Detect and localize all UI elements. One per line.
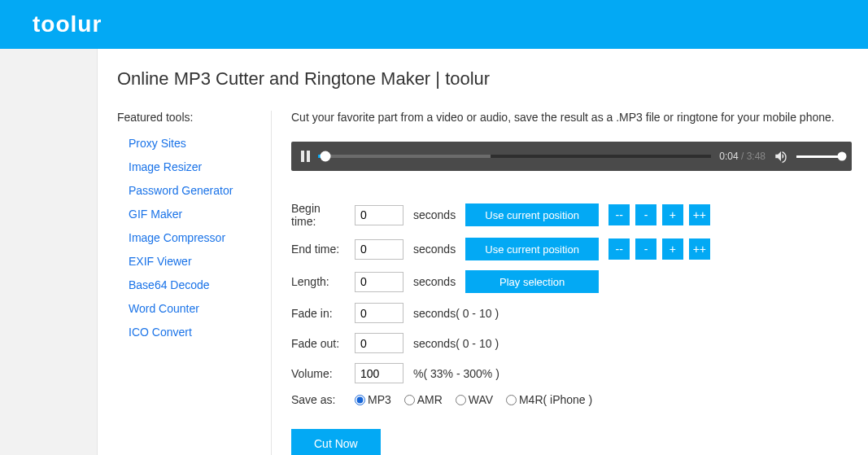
featured-tools-sidebar: Featured tools: Proxy Sites Image Resize…: [117, 111, 272, 455]
format-radios: MP3 AMR WAV M4R( iPhone ): [355, 393, 722, 406]
sidebar-link-base64-decode[interactable]: Base64 Decode: [129, 278, 210, 291]
time-display: 0:04 / 3:48: [719, 151, 765, 162]
begin-inc-10-button[interactable]: ++: [689, 204, 710, 225]
volume-label: Volume:: [291, 363, 355, 383]
length-input[interactable]: [355, 272, 403, 292]
featured-tools-heading: Featured tools:: [117, 111, 261, 124]
cutter-form: Begin time: seconds Use current position…: [291, 192, 722, 416]
format-wav-label[interactable]: WAV: [456, 393, 493, 406]
main-panel: Cut your favorite part from a video or a…: [272, 111, 852, 455]
begin-dec-10-button[interactable]: --: [608, 204, 630, 225]
left-gutter: [0, 49, 98, 455]
volume-icon[interactable]: [774, 149, 788, 164]
fade-out-hint: seconds( 0 - 10 ): [413, 333, 722, 353]
begin-time-unit: seconds: [413, 202, 465, 228]
format-m4r-label[interactable]: M4R( iPhone ): [506, 393, 592, 406]
volume-thumb[interactable]: [838, 152, 847, 161]
save-as-label: Save as:: [291, 393, 355, 406]
fade-out-label: Fade out:: [291, 333, 355, 353]
cut-now-button[interactable]: Cut Now: [291, 429, 381, 455]
end-inc-1-button[interactable]: +: [662, 238, 683, 260]
format-mp3-label[interactable]: MP3: [355, 393, 391, 406]
end-time-label: End time:: [291, 238, 355, 260]
seek-track[interactable]: [318, 155, 711, 158]
length-label: Length:: [291, 270, 355, 293]
page-description: Cut your favorite part from a video or a…: [291, 111, 852, 124]
volume-input[interactable]: [355, 363, 403, 383]
volume-slider[interactable]: [796, 155, 842, 158]
begin-time-label: Begin time:: [291, 202, 355, 228]
end-dec-10-button[interactable]: --: [608, 238, 630, 260]
format-m4r-radio[interactable]: [506, 395, 517, 405]
content-area: Online MP3 Cutter and Ringtone Maker | t…: [98, 49, 868, 455]
sidebar-link-image-compressor[interactable]: Image Compressor: [129, 231, 225, 244]
format-wav-radio[interactable]: [456, 395, 466, 405]
format-amr-label[interactable]: AMR: [404, 393, 443, 406]
begin-time-input[interactable]: [355, 205, 403, 225]
end-time-input[interactable]: [355, 239, 403, 260]
top-bar: toolur: [0, 0, 868, 49]
sidebar-link-gif-maker[interactable]: GIF Maker: [129, 208, 182, 221]
fade-in-input[interactable]: [355, 303, 403, 323]
sidebar-link-exif-viewer[interactable]: EXIF Viewer: [129, 255, 192, 268]
buffer-bar: [325, 155, 491, 158]
format-mp3-radio[interactable]: [355, 395, 365, 405]
page-title: Online MP3 Cutter and Ringtone Maker | t…: [117, 68, 852, 90]
fade-out-input[interactable]: [355, 333, 403, 353]
sidebar-link-word-counter[interactable]: Word Counter: [129, 302, 199, 315]
page-layout: Online MP3 Cutter and Ringtone Maker | t…: [0, 49, 868, 455]
begin-dec-1-button[interactable]: -: [635, 204, 656, 225]
sidebar-link-image-resizer[interactable]: Image Resizer: [129, 160, 202, 173]
end-inc-10-button[interactable]: ++: [689, 238, 710, 260]
end-dec-1-button[interactable]: -: [635, 238, 656, 260]
fade-in-label: Fade in:: [291, 303, 355, 323]
fade-in-hint: seconds( 0 - 10 ): [413, 303, 722, 323]
seek-thumb[interactable]: [321, 151, 331, 162]
length-unit: seconds: [413, 270, 465, 293]
audio-player: 0:04 / 3:48: [291, 142, 852, 171]
sidebar-link-ico-convert[interactable]: ICO Convert: [129, 326, 192, 339]
begin-inc-1-button[interactable]: +: [662, 204, 683, 225]
pause-icon[interactable]: [301, 151, 310, 162]
play-selection-button[interactable]: Play selection: [465, 270, 599, 293]
brand-logo[interactable]: toolur: [33, 11, 102, 37]
format-amr-radio[interactable]: [404, 395, 415, 405]
sidebar-link-proxy-sites[interactable]: Proxy Sites: [129, 137, 186, 150]
end-use-current-button[interactable]: Use current position: [465, 238, 599, 260]
begin-use-current-button[interactable]: Use current position: [465, 203, 599, 226]
sidebar-link-password-generator[interactable]: Password Generator: [129, 184, 233, 197]
volume-hint: %( 33% - 300% ): [413, 363, 722, 383]
elapsed-time: 0:04: [719, 151, 738, 162]
duration-time: 3:48: [747, 151, 765, 162]
end-time-unit: seconds: [413, 238, 465, 260]
